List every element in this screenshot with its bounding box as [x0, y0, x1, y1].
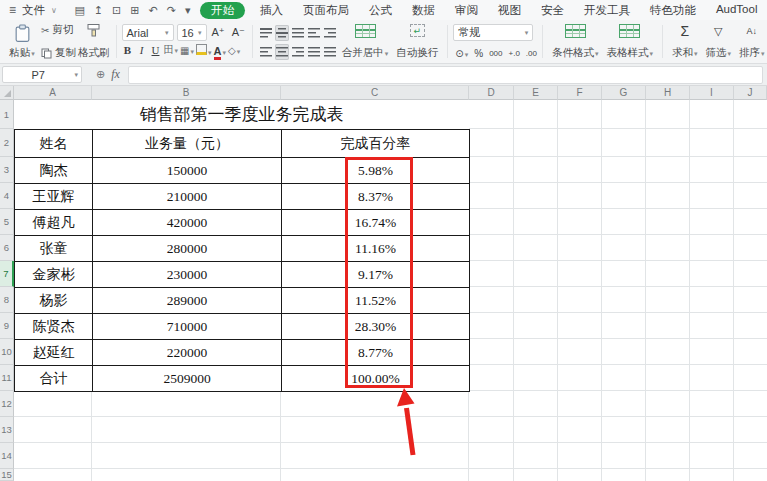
table-cell[interactable]: 220000 — [93, 340, 282, 366]
table-cell[interactable]: 金家彬 — [15, 262, 93, 288]
menu-tab[interactable]: AudTool — [706, 3, 767, 18]
menu-tab[interactable]: 视图 — [488, 3, 531, 18]
format-painter-label[interactable]: 格式刷 — [78, 46, 110, 60]
table-cell[interactable]: 289000 — [93, 288, 282, 314]
table-cell[interactable]: 710000 — [93, 314, 282, 340]
increase-font-button[interactable]: A⁺ — [210, 26, 227, 39]
column-header-C[interactable]: C — [281, 86, 469, 100]
currency-button[interactable]: ⊙▾ — [455, 48, 468, 59]
align-middle-button[interactable] — [275, 25, 289, 41]
distributed-button[interactable] — [323, 44, 337, 60]
row-header-10[interactable]: 10 — [0, 339, 14, 365]
table-cell[interactable]: 合计 — [15, 366, 93, 392]
conditional-format-button[interactable]: 条件格式▾ — [548, 21, 603, 62]
row-header-15[interactable]: 15 — [0, 469, 14, 481]
table-cell[interactable]: 陶杰 — [15, 158, 93, 184]
redo-icon[interactable]: ↷ — [162, 0, 180, 20]
table-style-button[interactable]: 表格样式▾ — [602, 21, 657, 62]
decrease-decimal-button[interactable]: .00 — [526, 49, 537, 58]
table-header-cell[interactable]: 完成百分率 — [282, 130, 470, 158]
menu-tab[interactable]: 插入 — [250, 3, 293, 18]
column-header-H[interactable]: H — [646, 86, 690, 100]
align-center-button[interactable] — [275, 44, 289, 60]
bold-button[interactable]: B — [122, 44, 134, 56]
column-header-I[interactable]: I — [690, 86, 734, 100]
row-header-8[interactable]: 8 — [0, 287, 14, 313]
menu-tab[interactable]: 审阅 — [445, 3, 488, 18]
wrap-text-button[interactable]: ↵ 自动换行 — [392, 21, 442, 62]
row-header-4[interactable]: 4 — [0, 183, 14, 209]
table-header-cell[interactable]: 业务量（元） — [93, 130, 282, 158]
increase-decimal-button[interactable]: +.0 — [509, 49, 520, 58]
font-color-button[interactable]: A▾ — [214, 41, 226, 59]
menu-file[interactable]: 文件 — [20, 3, 48, 18]
thousands-button[interactable]: 000 — [489, 49, 502, 58]
hamburger-icon[interactable]: ≡ — [5, 3, 20, 17]
cell-shading-button[interactable]: ▦▾ — [180, 45, 194, 56]
table-cell[interactable]: 2509000 — [93, 366, 282, 392]
print-preview-icon[interactable]: ⊞ — [126, 0, 144, 20]
increase-indent-button[interactable] — [323, 25, 337, 41]
row-header-3[interactable]: 3 — [0, 157, 14, 183]
row-header-13[interactable]: 13 — [0, 417, 14, 443]
column-header-B[interactable]: B — [92, 86, 281, 100]
format-painter-icon[interactable] — [86, 23, 102, 38]
filter-button[interactable]: ▽ 筛选▾ — [702, 21, 736, 62]
table-cell[interactable]: 张童 — [15, 236, 93, 262]
align-right-button[interactable] — [291, 44, 305, 60]
undo-icon[interactable]: ↶ — [144, 0, 162, 20]
column-header-G[interactable]: G — [602, 86, 646, 100]
row-header-1[interactable]: 1 — [0, 100, 14, 129]
menu-tab[interactable]: 安全 — [531, 3, 574, 18]
merged-title-cell[interactable]: 销售部第一季度业务完成表 — [14, 100, 469, 129]
decrease-font-button[interactable]: A⁻ — [230, 26, 247, 39]
table-cell[interactable]: 230000 — [93, 262, 282, 288]
table-cell[interactable]: 杨影 — [15, 288, 93, 314]
menu-tab[interactable]: 开发工具 — [574, 3, 640, 18]
cut-button[interactable]: ✂ 剪切 — [41, 23, 76, 37]
fill-color-button[interactable]: ▾ — [196, 41, 212, 59]
name-box[interactable]: P7 ▾ — [2, 66, 82, 83]
merge-center-button[interactable]: 合并居中▾ — [338, 21, 393, 62]
italic-button[interactable]: I — [136, 44, 148, 56]
sum-button[interactable]: Σ 求和▾ — [668, 21, 702, 62]
table-cell[interactable]: 420000 — [93, 210, 282, 236]
zoom-formula-icon[interactable]: ⊕ — [96, 68, 105, 81]
table-header-cell[interactable]: 姓名 — [15, 130, 93, 158]
export-icon[interactable]: ↥ — [89, 0, 107, 20]
more-icon[interactable]: ▾ — [180, 0, 195, 20]
table-cell[interactable]: 陈贤杰 — [15, 314, 93, 340]
menu-tab[interactable]: 页面布局 — [293, 3, 359, 18]
decrease-indent-button[interactable] — [307, 25, 321, 41]
borders-button[interactable]: 田▾ — [164, 43, 179, 57]
clear-format-button[interactable]: ◇▾ — [228, 45, 240, 56]
row-header-6[interactable]: 6 — [0, 235, 14, 261]
tab-home-active[interactable]: 开始 — [200, 2, 245, 19]
font-size-select[interactable]: 16 ▾ — [177, 24, 207, 41]
row-header-2[interactable]: 2 — [0, 129, 14, 157]
paste-button[interactable]: 粘贴▾ — [4, 21, 40, 62]
menu-tab[interactable]: 特色功能 — [640, 3, 706, 18]
table-cell[interactable]: 150000 — [93, 158, 282, 184]
column-header-E[interactable]: E — [514, 86, 558, 100]
save-icon[interactable]: ▤ — [70, 0, 89, 20]
row-header-5[interactable]: 5 — [0, 209, 14, 235]
table-cell[interactable]: 280000 — [93, 236, 282, 262]
chevron-down-icon[interactable]: ∨ — [48, 6, 60, 15]
percent-button[interactable]: % — [474, 48, 483, 59]
align-top-button[interactable] — [259, 25, 273, 41]
font-name-select[interactable]: Arial ▾ — [122, 24, 174, 41]
row-header-11[interactable]: 11 — [0, 365, 14, 391]
row-header-12[interactable]: 12 — [0, 391, 14, 417]
number-format-select[interactable]: 常规 ▾ — [453, 24, 533, 41]
select-all-corner[interactable] — [0, 86, 14, 100]
table-cell[interactable]: 王亚辉 — [15, 184, 93, 210]
align-left-button[interactable] — [259, 44, 273, 60]
row-header-9[interactable]: 9 — [0, 313, 14, 339]
column-header-F[interactable]: F — [558, 86, 602, 100]
column-header-A[interactable]: A — [14, 86, 92, 100]
print-icon[interactable]: ⊡ — [108, 0, 126, 20]
menu-tab[interactable]: 公式 — [359, 3, 402, 18]
column-header-D[interactable]: D — [469, 86, 514, 100]
table-cell[interactable]: 傅超凡 — [15, 210, 93, 236]
